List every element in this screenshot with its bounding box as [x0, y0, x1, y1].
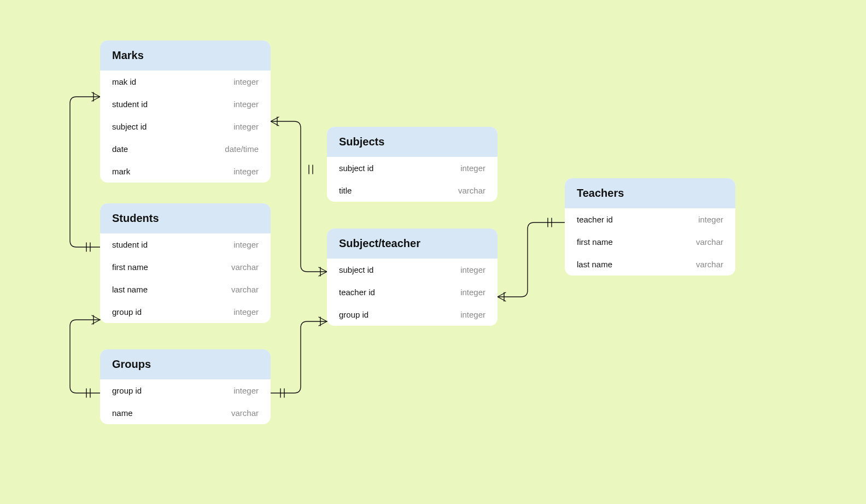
entity-groups-title: Groups: [100, 349, 271, 379]
field-type: integer: [233, 99, 259, 109]
field-type: integer: [233, 240, 259, 249]
field-type: varchar: [231, 408, 259, 418]
field-name: last name: [112, 285, 148, 294]
field-type: varchar: [231, 285, 259, 294]
field-type: integer: [233, 122, 259, 131]
entity-groups[interactable]: Groups group id integer name varchar: [100, 349, 271, 424]
field-row: name varchar: [100, 402, 271, 424]
field-name: subject id: [339, 163, 373, 173]
field-row: group id integer: [327, 303, 498, 326]
field-type: integer: [460, 310, 485, 319]
field-row: last name varchar: [565, 253, 735, 276]
field-row: mak id integer: [100, 71, 271, 93]
field-type: varchar: [231, 262, 259, 272]
field-row: teacher id integer: [327, 281, 498, 303]
field-name: mark: [112, 167, 130, 176]
field-name: first name: [112, 262, 148, 272]
field-row: group id integer: [100, 379, 271, 402]
field-row: mark integer: [100, 160, 271, 183]
field-row: first name varchar: [565, 231, 735, 253]
field-row: subject id integer: [100, 115, 271, 138]
field-row: last name varchar: [100, 278, 271, 301]
field-name: mak id: [112, 77, 136, 86]
conn-marks-subjects: [271, 117, 327, 272]
entity-students-title: Students: [100, 203, 271, 233]
field-type: integer: [233, 77, 259, 86]
entity-subjects[interactable]: Subjects subject id integer title varcha…: [327, 127, 498, 202]
field-name: name: [112, 408, 133, 418]
field-name: subject id: [339, 265, 373, 274]
field-name: group id: [112, 307, 142, 317]
conn-marks-students: [70, 92, 100, 251]
entity-students[interactable]: Students student id integer first name v…: [100, 203, 271, 323]
field-name: student id: [112, 99, 148, 109]
conn-groups-subjectteacher: [271, 317, 327, 397]
field-name: title: [339, 186, 352, 195]
field-type: integer: [460, 265, 485, 274]
entity-subjects-title: Subjects: [327, 127, 498, 157]
field-name: date: [112, 144, 128, 154]
field-name: student id: [112, 240, 148, 249]
entity-marks[interactable]: Marks mak id integer student id integer …: [100, 40, 271, 183]
field-type: integer: [460, 288, 485, 297]
entity-teachers[interactable]: Teachers teacher id integer first name v…: [565, 178, 735, 276]
field-row: group id integer: [100, 301, 271, 323]
field-name: group id: [112, 386, 142, 395]
conn-subjectteacher-teachers: [498, 218, 565, 301]
field-type: integer: [233, 167, 259, 176]
field-row: student id integer: [100, 93, 271, 115]
field-type: varchar: [458, 186, 485, 195]
entity-subject-teacher[interactable]: Subject/teacher subject id integer teach…: [327, 228, 498, 326]
field-type: varchar: [696, 237, 723, 247]
field-type: varchar: [696, 260, 723, 269]
entity-marks-title: Marks: [100, 40, 271, 71]
conn-students-groups: [70, 315, 100, 397]
field-row: first name varchar: [100, 256, 271, 278]
field-row: student id integer: [100, 233, 271, 256]
field-name: last name: [577, 260, 612, 269]
field-name: teacher id: [339, 288, 375, 297]
field-name: group id: [339, 310, 368, 319]
field-type: integer: [698, 215, 723, 224]
entity-teachers-title: Teachers: [565, 178, 735, 208]
field-type: date/time: [225, 144, 259, 154]
field-row: subject id integer: [327, 157, 498, 179]
field-name: teacher id: [577, 215, 613, 224]
field-type: integer: [233, 307, 259, 317]
field-row: title varchar: [327, 179, 498, 202]
field-name: first name: [577, 237, 613, 247]
field-row: date date/time: [100, 138, 271, 160]
field-row: teacher id integer: [565, 208, 735, 231]
crow-marks-to-st: [319, 267, 327, 276]
field-row: subject id integer: [327, 259, 498, 281]
field-type: integer: [460, 163, 485, 173]
entity-subject-teacher-title: Subject/teacher: [327, 228, 498, 259]
field-name: subject id: [112, 122, 147, 131]
field-type: integer: [233, 386, 259, 395]
